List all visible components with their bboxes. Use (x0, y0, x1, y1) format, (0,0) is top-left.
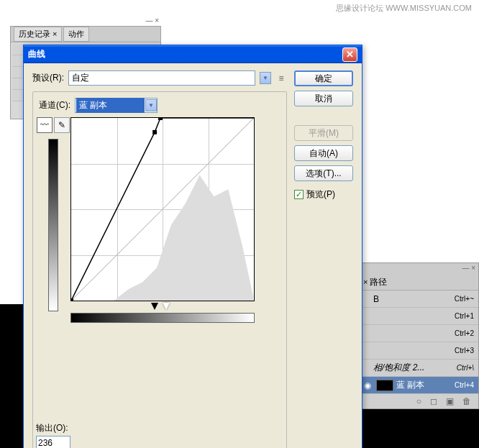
auto-button[interactable]: 自动(A) (294, 145, 353, 161)
load-selection-icon[interactable]: ○ (416, 396, 421, 406)
output-gradient (48, 139, 58, 311)
channel-row-green[interactable]: Ctrl+2 (357, 325, 478, 342)
palette-window-controls[interactable]: — × (145, 17, 159, 24)
svg-rect-3 (158, 118, 163, 120)
channel-combo[interactable]: 蓝 副本 ▼ (75, 98, 158, 113)
channels-palette: — × × 路径 BCtrl+~ Ctrl+1 Ctrl+2 Ctrl+3 相/… (357, 262, 479, 409)
curves-graph[interactable] (70, 117, 255, 301)
channel-thumb (376, 380, 393, 391)
pencil-tool-icon[interactable]: ✎ (54, 117, 70, 133)
white-point-slider[interactable] (163, 303, 170, 310)
curves-dialog: 曲线 ✕ 预设(R): 自定 ▼ ≡ 通道(C): 蓝 副本 ▼ (23, 45, 362, 448)
preset-menu-icon[interactable]: ≡ (275, 73, 287, 83)
chevron-down-icon[interactable]: ▼ (145, 99, 157, 111)
watermark-text: 思缘设计论坛 WWW.MISSYUAN.COM (336, 3, 472, 14)
options-button[interactable]: 选项(T)... (294, 165, 353, 181)
channel-row-huesat[interactable]: 相/饱和度 2...Ctrl+\ (357, 360, 478, 377)
titlebar[interactable]: 曲线 ✕ (24, 45, 362, 63)
preset-combo[interactable]: 自定 (68, 70, 255, 86)
output-label: 输出(O): (36, 422, 70, 434)
new-channel-icon[interactable]: ▣ (446, 396, 454, 406)
visibility-icon[interactable]: ◉ (362, 380, 373, 390)
channel-row-rgb[interactable]: BCtrl+~ (357, 291, 478, 308)
channel-row-blue[interactable]: Ctrl+3 (357, 342, 478, 360)
dialog-title: 曲线 (28, 48, 342, 60)
save-selection-icon[interactable]: ◻ (430, 396, 437, 406)
cancel-button[interactable]: 取消 (294, 91, 353, 106)
black-point-slider[interactable] (151, 303, 158, 310)
curve-tool-icon[interactable]: 〰 (37, 117, 53, 133)
chevron-down-icon[interactable]: ▼ (260, 72, 271, 84)
output-input[interactable] (36, 436, 70, 448)
svg-rect-2 (152, 130, 157, 134)
palette-window-controls[interactable]: — × (462, 264, 475, 272)
preview-label: 预览(P) (306, 188, 335, 201)
channel-label: 通道(C): (39, 99, 70, 111)
delete-icon[interactable]: 🗑 (462, 396, 471, 406)
channel-row-red[interactable]: Ctrl+1 (357, 308, 478, 325)
tab-paths[interactable]: × 路径 (357, 275, 478, 291)
ok-button[interactable]: 确定 (294, 70, 353, 86)
preview-checkbox[interactable]: ✓ (294, 190, 304, 199)
channel-row-blue-copy[interactable]: ◉蓝 副本Ctrl+4 (357, 377, 478, 394)
svg-rect-4 (71, 298, 73, 301)
smooth-button: 平滑(M) (294, 125, 353, 141)
tab-actions[interactable]: 动作 (63, 27, 89, 42)
tab-history[interactable]: 历史记录 × (14, 27, 62, 42)
svg-line-1 (71, 118, 254, 301)
close-button[interactable]: ✕ (342, 47, 357, 62)
input-gradient (70, 313, 255, 323)
preset-label: 预设(R): (32, 72, 64, 84)
